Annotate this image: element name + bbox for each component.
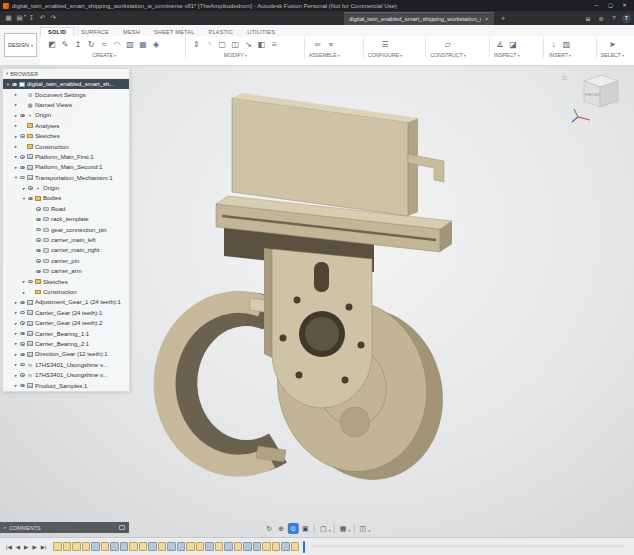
tree-expand-arrow-icon[interactable]: ▾ [21,196,27,201]
browser-item-construction[interactable]: ▸Construction [3,141,129,151]
browser-item-bodies[interactable]: ▾Bodies [3,193,129,203]
timeline-feature-joint[interactable] [120,542,129,552]
toolbar-group-label-modify[interactable]: MODIFY▾ [224,52,247,58]
browser-item-construction[interactable]: ▸Construction [3,287,129,297]
tree-expand-arrow-icon[interactable]: ▸ [21,290,27,295]
redo-icon[interactable]: ↷ [48,13,59,24]
model-bolt-hole[interactable] [358,342,365,349]
new-component-icon[interactable]: ◩ [46,37,58,51]
browser-item-origin[interactable]: ▸+Origin [3,110,129,120]
visibility-eye-icon[interactable] [12,83,17,86]
tab-close-icon[interactable]: ✕ [484,16,489,22]
visibility-eye-icon[interactable] [20,114,25,117]
construction-plane-icon[interactable]: ▱ [442,37,454,51]
timeline-feature-component[interactable] [63,542,72,552]
revolve-icon[interactable]: ↻ [85,37,97,51]
browser-item-carrier-pin[interactable]: carrier_pin [3,256,129,266]
timeline-position-marker[interactable] [303,541,305,553]
timeline-feature-joint[interactable] [110,542,119,552]
visibility-eye-icon[interactable] [36,218,41,221]
tree-expand-arrow-icon[interactable]: ▸ [13,352,19,357]
timeline-feature-joint[interactable] [167,542,176,552]
toolbar-group-label-create[interactable]: CREATE▾ [92,52,116,58]
timeline-feature-component[interactable] [82,542,91,552]
timeline-feature-component[interactable] [129,542,138,552]
visibility-eye-icon[interactable] [28,197,33,200]
visibility-eye-icon[interactable] [36,259,41,262]
tree-expand-arrow-icon[interactable]: ▸ [13,321,19,326]
model-bolt-hole[interactable] [342,377,349,384]
visibility-eye-icon[interactable] [36,270,41,273]
tree-expand-arrow-icon[interactable]: ▸ [13,373,19,378]
viewcube[interactable]: ⌂ FRONT [562,71,626,129]
section-analysis-icon[interactable]: ◪ [507,37,519,51]
visibility-eye-icon[interactable] [36,228,41,231]
tab-plastic[interactable]: PLASTIC [202,28,241,36]
workspace-switcher[interactable]: DESIGN ▾ [4,33,37,57]
visibility-eye-icon[interactable] [20,134,25,137]
tree-expand-arrow-icon[interactable]: ▸ [21,279,27,284]
tab-sheet-metal[interactable]: SHEET METAL [147,28,202,36]
model-bracket-side[interactable] [264,248,272,358]
go-to-start-button[interactable]: |◀ [4,544,14,550]
timeline-feature-component[interactable] [101,542,110,552]
tree-expand-arrow-icon[interactable]: ▸ [13,134,19,139]
timeline-feature-component[interactable] [234,542,243,552]
timeline-feature-joint[interactable] [281,542,290,552]
viewport-canvas[interactable]: ⌂ FRONT ▾ BROWSER ▾digital_twin_enabled_… [0,66,634,537]
timeline-feature-component[interactable] [186,542,195,552]
browser-item-17hs3401-usongshine-v[interactable]: ▸∞17HS3401_Usongshine v... [3,360,129,370]
model-bolt-hole[interactable] [296,372,303,379]
browser-item-rack-template[interactable]: rack_template [3,214,129,224]
tree-expand-arrow-icon[interactable]: ▸ [13,383,19,388]
timeline-feature-component[interactable] [215,542,224,552]
toolbar-group-label-inspect[interactable]: INSPECT▾ [494,52,519,58]
tree-expand-arrow-icon[interactable]: ▸ [13,113,19,118]
browser-item-sketches[interactable]: ▸Sketches [3,276,129,286]
chevron-down-icon[interactable]: ▾ [349,529,351,533]
tree-expand-arrow-icon[interactable]: ▸ [13,341,19,346]
extensions-icon[interactable]: ⊞ [583,13,593,23]
browser-item-carrier-bearing-2-1[interactable]: ▸Carrier_Bearing_2:1 [3,339,129,349]
display-settings-icon[interactable]: ▢ [318,523,329,534]
visibility-eye-icon[interactable] [36,207,41,210]
home-icon[interactable]: ⌂ [562,73,567,82]
press-pull-icon[interactable]: ⇕ [190,37,202,51]
avatar[interactable]: T [622,14,631,23]
visibility-eye-icon[interactable] [20,176,25,179]
extrude-icon[interactable]: ↥ [72,37,84,51]
browser-item-origin[interactable]: ▸+Origin [3,183,129,193]
browser-item-analyses[interactable]: ▸Analyses [3,121,129,131]
chevron-down-icon[interactable]: ▾ [329,529,331,533]
step-forward-button[interactable]: ▶ [30,544,38,550]
loft-icon[interactable]: ◠ [111,37,123,51]
visibility-eye-icon[interactable] [20,166,25,169]
tree-expand-arrow-icon[interactable]: ▸ [13,165,19,170]
timeline-feature-component[interactable] [262,542,271,552]
align-icon[interactable]: ≡ [268,37,280,51]
browser-item-transportation-mechanism-1[interactable]: ▾Transportation_Mechanism:1 [3,173,129,183]
tab-utilities[interactable]: UTILITIES [240,28,282,36]
visibility-eye-icon[interactable] [20,384,25,387]
create-form-icon[interactable]: ◈ [150,37,162,51]
browser-item-digital-twin-enabled-smart-sh[interactable]: ▾digital_twin_enabled_smart_sh... [3,79,129,89]
timeline-feature-component[interactable] [158,542,167,552]
tab-solid[interactable]: SOLID [40,27,74,36]
help-icon[interactable]: ? [609,13,619,23]
browser-item-platform-main-second-1[interactable]: ▸Platform_Main_Second:1 [3,162,129,172]
fillet-icon[interactable]: ◝ [203,37,215,51]
visibility-eye-icon[interactable] [20,353,25,356]
visibility-eye-icon[interactable] [36,238,41,241]
tree-expand-arrow-icon[interactable]: ▸ [13,154,19,159]
model-plate-side[interactable] [408,118,418,216]
notifications-icon[interactable]: ⊚ [596,13,606,23]
insert-derive-icon[interactable]: ↓ [548,37,560,51]
go-to-end-button[interactable]: ▶| [39,544,49,550]
tree-expand-arrow-icon[interactable]: ▸ [13,362,19,367]
browser-item-carrier-main-right[interactable]: carrier_main_right [3,245,129,255]
grid-and-snaps-icon[interactable]: ▦ [338,523,349,534]
close-button[interactable]: ✕ [618,0,631,11]
browser-item-carrier-bearing-1-1[interactable]: ▸Carrier_Bearing_1:1 [3,328,129,338]
timeline-feature-joint[interactable] [224,542,233,552]
tree-expand-arrow-icon[interactable]: ▸ [13,144,19,149]
